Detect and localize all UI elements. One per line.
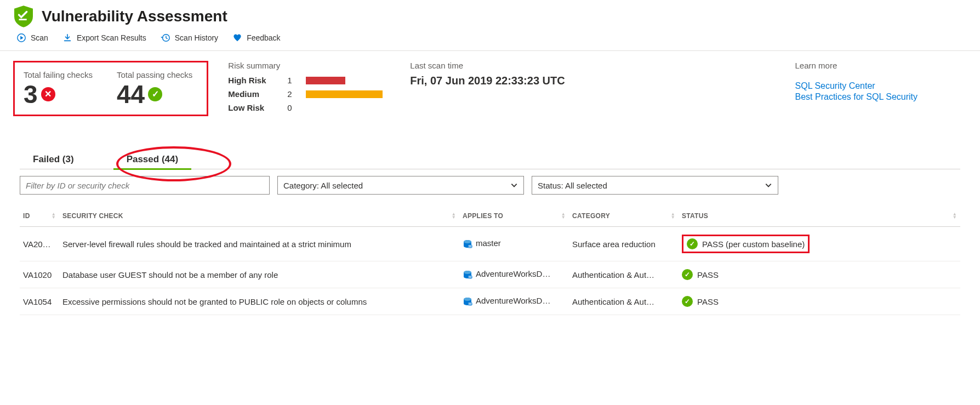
cell-check: Server-level firewall rules should be tr…: [59, 227, 459, 261]
scan-time-value: Fri, 07 Jun 2019 22:33:23 UTC: [410, 75, 565, 87]
svg-point-8: [464, 271, 471, 274]
summary-panel: Total failing checks 3 ✕ Total passing c…: [0, 51, 980, 122]
risk-summary: Risk summary High Risk 1 Medium 2 Low Ri…: [228, 61, 383, 117]
history-label: Scan History: [175, 33, 218, 42]
table-header-row: ID▲▼ SECURITY CHECK▲▼ APPLIES TO▲▼ CATEG…: [20, 208, 960, 227]
shield-icon: [14, 5, 33, 27]
status-badge: ✓PASS: [682, 296, 957, 307]
tab-failed[interactable]: Failed (3): [20, 151, 87, 169]
filter-bar: Category: All selected Status: All selec…: [0, 169, 980, 198]
risk-high-count: 1: [287, 76, 296, 85]
status-badge: ✓PASS: [682, 269, 957, 280]
risk-medium-label: Medium: [228, 89, 277, 99]
table-row[interactable]: VA1020Database user GUEST should not be …: [20, 261, 960, 288]
filter-category-select[interactable]: Category: All selected: [277, 176, 524, 195]
page-title: Vulnerability Assessment: [42, 8, 227, 25]
history-icon: [161, 33, 170, 43]
filter-category-value: Category: All selected: [283, 181, 363, 190]
cell-id: VA1054: [20, 288, 59, 315]
failing-label: Total failing checks: [24, 70, 93, 79]
sort-icon: ▲▼: [452, 213, 456, 219]
tabs: Failed (3) Passed (44): [20, 151, 960, 169]
toolbar: Scan Export Scan Results Scan History Fe…: [0, 32, 980, 51]
col-status[interactable]: STATUS▲▼: [679, 208, 960, 227]
failing-count: 3: [24, 82, 38, 107]
risk-row-high: High Risk 1: [228, 76, 383, 85]
filter-status-select[interactable]: Status: All selected: [532, 176, 778, 195]
svg-text:SQL: SQL: [468, 276, 472, 278]
risk-high-bar: [306, 77, 345, 84]
learn-title: Learn more: [795, 61, 918, 70]
export-label: Export Scan Results: [77, 33, 146, 42]
table-row[interactable]: VA1054Excessive permissions should not b…: [20, 288, 960, 315]
cell-applies: SQLmaster: [459, 227, 569, 261]
cell-applies: SQLAdventureWorksD…: [459, 288, 569, 315]
risk-row-medium: Medium 2: [228, 89, 383, 99]
feedback-label: Feedback: [247, 33, 280, 42]
table-row[interactable]: VA20…Server-level firewall rules should …: [20, 227, 960, 261]
export-button[interactable]: Export Scan Results: [62, 33, 146, 43]
sort-icon: ▲▼: [671, 213, 675, 219]
sort-icon: ▲▼: [953, 213, 957, 219]
cell-category: Authentication & Aut…: [569, 288, 679, 315]
scan-icon: [16, 33, 26, 43]
cell-id: VA1020: [20, 261, 59, 288]
page-header: Vulnerability Assessment: [0, 0, 980, 32]
database-icon: SQL: [463, 239, 472, 249]
risk-high-label: High Risk: [228, 76, 277, 85]
chevron-down-icon: [765, 181, 772, 189]
passing-count: 44: [117, 82, 145, 107]
pass-icon: ✓: [682, 296, 693, 307]
passing-label: Total passing checks: [117, 70, 192, 79]
risk-medium-bar: [306, 90, 383, 98]
chevron-down-icon: [510, 181, 518, 189]
status-text: PASS: [697, 297, 719, 306]
fail-icon: ✕: [41, 87, 55, 101]
col-id[interactable]: ID▲▼: [20, 208, 59, 227]
cell-category: Surface area reduction: [569, 227, 679, 261]
download-icon: [62, 33, 72, 43]
risk-row-low: Low Risk 0: [228, 103, 383, 112]
risk-title: Risk summary: [228, 61, 383, 70]
svg-text:SQL: SQL: [468, 303, 472, 305]
pass-icon: ✓: [687, 238, 698, 249]
learn-more: Learn more SQL Security Center Best Prac…: [795, 61, 918, 103]
filter-text-input[interactable]: [20, 176, 270, 195]
col-security-check[interactable]: SECURITY CHECK▲▼: [59, 208, 459, 227]
feedback-button[interactable]: Feedback: [232, 33, 280, 43]
results-table: ID▲▼ SECURITY CHECK▲▼ APPLIES TO▲▼ CATEG…: [20, 208, 960, 315]
cell-category: Authentication & Aut…: [569, 261, 679, 288]
cell-status: ✓PASS (per custom baseline): [679, 227, 960, 261]
scan-button[interactable]: Scan: [16, 33, 48, 43]
heart-icon: [232, 33, 242, 43]
sort-icon: ▲▼: [561, 213, 566, 219]
cell-id: VA20…: [20, 227, 59, 261]
tab-passed[interactable]: Passed (44): [113, 151, 192, 170]
cell-status: ✓PASS: [679, 261, 960, 288]
status-badge: ✓PASS (per custom baseline): [682, 235, 810, 253]
failing-stat: Total failing checks 3 ✕: [24, 70, 93, 107]
tabs-wrap: Failed (3) Passed (44): [0, 122, 980, 169]
passing-stat: Total passing checks 44 ✓: [117, 70, 192, 107]
cell-check: Database user GUEST should not be a memb…: [59, 261, 459, 288]
filter-status-value: Status: All selected: [538, 181, 607, 190]
risk-low-count: 0: [287, 103, 296, 112]
pass-icon: ✓: [148, 87, 162, 101]
database-icon: SQL: [463, 297, 472, 307]
pass-icon: ✓: [682, 269, 693, 280]
svg-point-12: [464, 298, 471, 301]
risk-low-label: Low Risk: [228, 103, 277, 112]
status-text: PASS (per custom baseline): [702, 239, 805, 249]
scan-time-label: Last scan time: [410, 61, 463, 70]
scan-label: Scan: [31, 33, 48, 42]
database-icon: SQL: [463, 270, 472, 280]
link-sql-security-center[interactable]: SQL Security Center: [795, 81, 918, 91]
cell-check: Excessive permissions should not be gran…: [59, 288, 459, 315]
col-applies-to[interactable]: APPLIES TO▲▼: [459, 208, 569, 227]
sort-icon: ▲▼: [52, 213, 56, 219]
history-button[interactable]: Scan History: [161, 33, 218, 43]
link-best-practices[interactable]: Best Practices for SQL Security: [795, 92, 918, 102]
svg-point-4: [464, 240, 471, 243]
risk-medium-count: 2: [287, 89, 296, 99]
col-category[interactable]: CATEGORY▲▼: [569, 208, 679, 227]
